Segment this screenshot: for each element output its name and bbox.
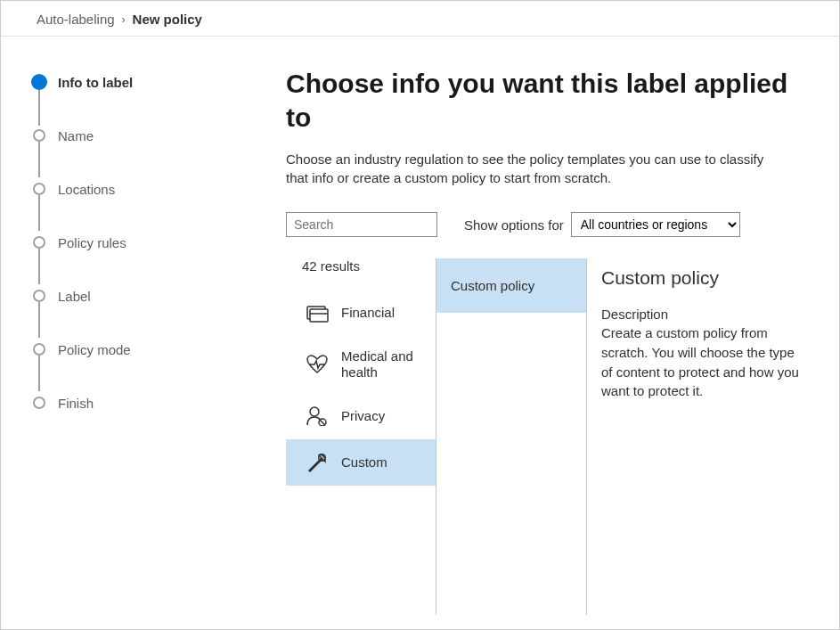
template-label: Custom policy (451, 278, 534, 293)
category-medical[interactable]: Medical and health (286, 336, 436, 393)
page-subtitle: Choose an industry regulation to see the… (286, 150, 785, 187)
step-circle-icon (33, 183, 45, 195)
category-label: Custom (341, 454, 387, 470)
step-circle-icon (33, 236, 45, 249)
region-label: Show options for (464, 217, 564, 233)
results-count: 42 results (286, 258, 436, 290)
step-policy-rules[interactable]: Policy rules (33, 233, 241, 252)
breadcrumb-parent[interactable]: Auto-labeling (37, 12, 115, 27)
detail-title: Custom policy (601, 267, 805, 289)
step-info-to-label[interactable]: Info to label (33, 72, 241, 92)
breadcrumb-current: New policy (133, 12, 202, 27)
category-label: Privacy (341, 408, 385, 424)
category-label: Medical and health (341, 348, 423, 380)
category-column: 42 results Financial Medical and health (286, 258, 436, 615)
step-circle-icon (33, 129, 45, 142)
search-input[interactable] (286, 212, 437, 237)
template-custom-policy[interactable]: Custom policy (436, 258, 586, 313)
category-label: Financial (341, 305, 395, 321)
svg-line-5 (320, 420, 325, 425)
step-circle-icon (31, 74, 47, 90)
page-title: Choose info you want this label applied … (286, 67, 812, 134)
step-circle-icon (33, 343, 45, 356)
step-finish[interactable]: Finish (33, 393, 241, 413)
financial-icon (306, 302, 329, 323)
detail-description-body: Create a custom policy from scratch. You… (601, 323, 805, 401)
step-locations[interactable]: Locations (33, 179, 241, 199)
wizard-stepper: Info to label Name Locations Policy rule… (1, 37, 268, 627)
step-name[interactable]: Name (33, 126, 241, 145)
svg-point-3 (310, 407, 319, 416)
step-policy-mode[interactable]: Policy mode (33, 340, 241, 359)
step-label[interactable]: Label (33, 286, 241, 306)
category-privacy[interactable]: Privacy (286, 393, 436, 439)
breadcrumb: Auto-labeling › New policy (1, 1, 839, 37)
region-select[interactable]: All countries or regions (571, 212, 740, 237)
main-content: Choose info you want this label applied … (268, 37, 839, 627)
privacy-icon (306, 405, 329, 427)
detail-description-label: Description (601, 307, 805, 322)
template-column: Custom policy (436, 258, 587, 615)
step-circle-icon (33, 397, 45, 409)
category-financial[interactable]: Financial (286, 290, 436, 336)
medical-icon (306, 354, 329, 375)
category-custom[interactable]: Custom (286, 439, 436, 486)
chevron-right-icon: › (122, 13, 126, 26)
step-circle-icon (33, 290, 45, 302)
detail-panel: Custom policy Description Create a custo… (587, 258, 812, 615)
svg-rect-1 (310, 309, 328, 322)
custom-icon (306, 452, 329, 473)
